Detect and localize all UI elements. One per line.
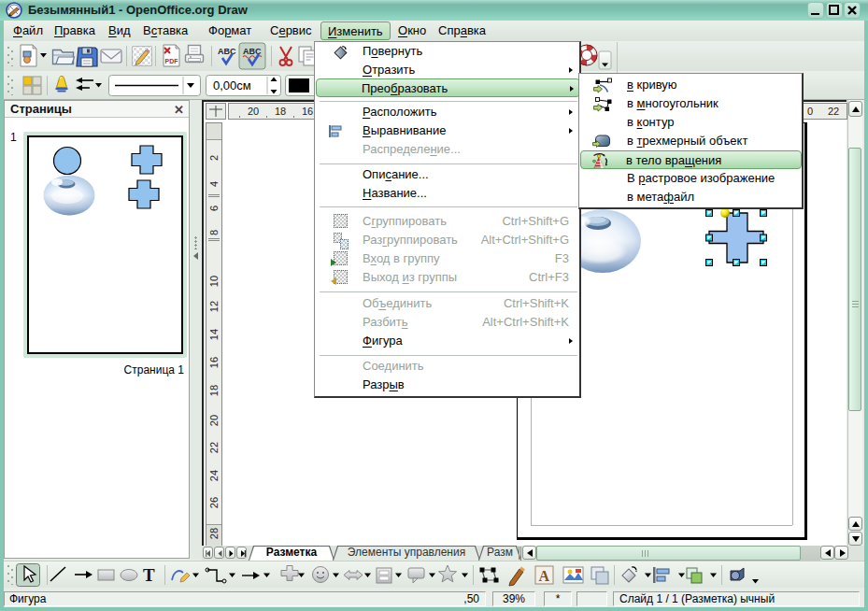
svg-text:ABC: ABC: [218, 47, 236, 56]
svg-text:A: A: [539, 568, 550, 584]
svg-text:0,00см: 0,00см: [213, 78, 251, 92]
svg-text:PDF: PDF: [165, 58, 179, 64]
svg-text:T: T: [143, 565, 155, 585]
